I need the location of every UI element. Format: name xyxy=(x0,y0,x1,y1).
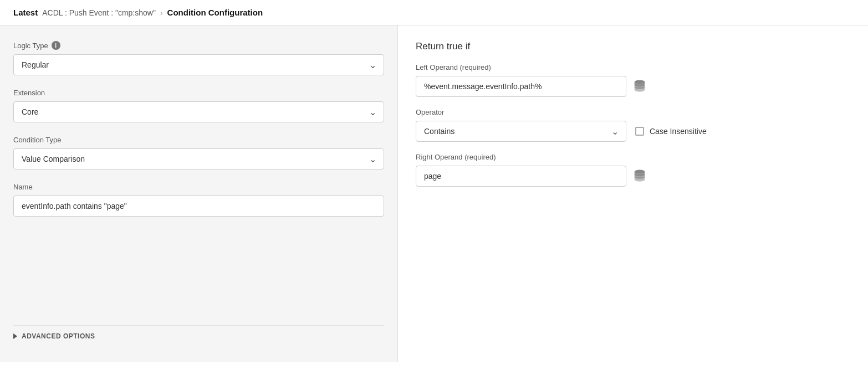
extension-group: Extension Core Custom ⌄ xyxy=(13,89,384,122)
left-operand-row xyxy=(416,76,850,97)
advanced-options-toggle[interactable]: ADVANCED OPTIONS xyxy=(13,325,384,347)
section-title: Return true if xyxy=(416,41,850,52)
left-panel: Logic Type i Regular Custom ⌄ Extension … xyxy=(0,25,398,362)
left-operand-label: Left Operand (required) xyxy=(416,63,850,71)
left-operand-input[interactable] xyxy=(416,76,626,97)
operator-select-wrapper: Contains Equals Does Not Contain Starts … xyxy=(416,121,626,142)
right-operand-label: Right Operand (required) xyxy=(416,153,850,161)
name-group: Name xyxy=(13,183,384,217)
logic-type-label: Logic Type i xyxy=(13,41,384,50)
extension-select[interactable]: Core Custom xyxy=(13,101,384,122)
right-operand-group: Right Operand (required) xyxy=(416,153,850,187)
operator-label: Operator xyxy=(416,108,850,116)
right-operand-input[interactable] xyxy=(416,166,626,187)
case-insensitive-checkbox[interactable] xyxy=(635,127,644,136)
info-icon: i xyxy=(52,41,60,50)
condition-type-select-wrapper: Value Comparison ⌄ xyxy=(13,148,384,169)
main-layout: Logic Type i Regular Custom ⌄ Extension … xyxy=(0,25,868,362)
logic-type-group: Logic Type i Regular Custom ⌄ xyxy=(13,41,384,75)
condition-type-label: Condition Type xyxy=(13,136,384,144)
chevron-right-icon xyxy=(13,333,17,339)
logic-type-select[interactable]: Regular Custom xyxy=(13,54,384,75)
case-insensitive-group: Case Insensitive xyxy=(635,127,707,136)
breadcrumb-latest: Latest xyxy=(13,8,38,17)
breadcrumb-arrow: › xyxy=(160,8,163,17)
right-operand-row xyxy=(416,166,850,187)
condition-type-select[interactable]: Value Comparison xyxy=(13,148,384,169)
extension-select-wrapper: Core Custom ⌄ xyxy=(13,101,384,122)
right-operand-db-icon[interactable] xyxy=(632,168,647,185)
advanced-options-label: ADVANCED OPTIONS xyxy=(22,332,95,340)
operator-group: Operator Contains Equals Does Not Contai… xyxy=(416,108,850,142)
operator-row: Contains Equals Does Not Contain Starts … xyxy=(416,121,850,142)
breadcrumb: Latest ACDL : Push Event : "cmp:show" › … xyxy=(0,0,868,25)
name-input[interactable] xyxy=(13,196,384,217)
extension-label: Extension xyxy=(13,89,384,97)
case-insensitive-label: Case Insensitive xyxy=(650,127,707,136)
logic-type-select-wrapper: Regular Custom ⌄ xyxy=(13,54,384,75)
breadcrumb-current: Condition Configuration xyxy=(167,8,263,17)
left-operand-group: Left Operand (required) xyxy=(416,63,850,97)
right-panel: Return true if Left Operand (required) O… xyxy=(398,25,868,362)
operator-select[interactable]: Contains Equals Does Not Contain Starts … xyxy=(416,121,626,142)
left-operand-db-icon[interactable] xyxy=(632,78,647,95)
breadcrumb-path: ACDL : Push Event : "cmp:show" xyxy=(42,8,156,17)
condition-type-group: Condition Type Value Comparison ⌄ xyxy=(13,136,384,169)
name-label: Name xyxy=(13,183,384,191)
